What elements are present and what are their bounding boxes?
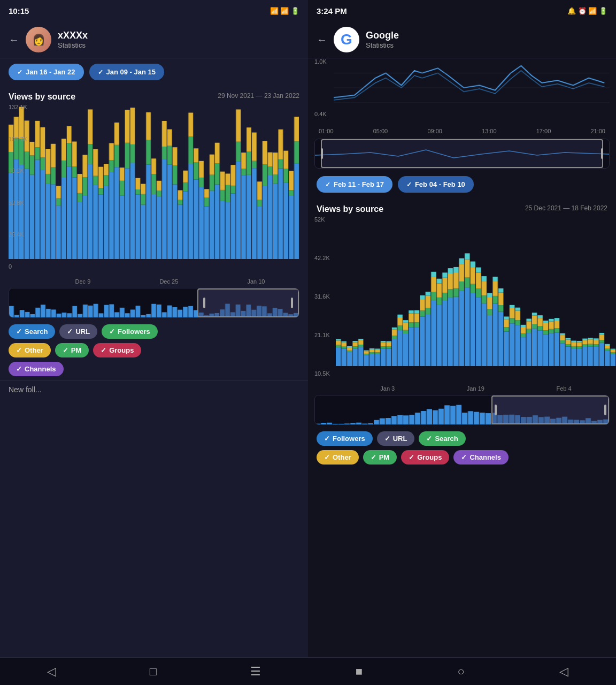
scrubber-handle-right[interactable] — [291, 298, 293, 308]
chip-groups[interactable]: ✓ Groups — [93, 343, 141, 357]
scrubber-handle-right-bottom-left[interactable] — [495, 405, 497, 415]
chip-followers[interactable]: ✓ Followers — [102, 324, 158, 339]
chip-check: ✓ — [426, 435, 432, 443]
scrubber-handle-right-top-left[interactable] — [321, 148, 323, 159]
time-right: 3:24 PM — [317, 6, 347, 16]
time-left: 10:15 — [9, 6, 29, 16]
chip-check: ✓ — [63, 346, 68, 354]
nav-back-left[interactable]: ◁ — [47, 665, 56, 679]
header-text-right: Google Statistics — [366, 30, 399, 49]
chip-pm[interactable]: ✓ PM — [55, 343, 89, 357]
date-btn-left-2[interactable]: ✓ Jan 09 - Jan 15 — [89, 64, 165, 80]
back-button-right[interactable]: ← — [317, 34, 327, 46]
chip-url-right[interactable]: ✓ URL — [377, 431, 415, 446]
chip-channels-right[interactable]: ✓ Channels — [453, 450, 509, 465]
google-logo: G — [334, 27, 359, 52]
nav-menu-left[interactable]: ☰ — [250, 665, 261, 679]
header-right: ← G Google Statistics — [308, 21, 616, 58]
filter-chips-right-row2: ✓ Other ✓ PM ✓ Groups ✓ Channels — [308, 450, 616, 469]
date-btn-left-1[interactable]: ✓ Jan 16 - Jan 22 — [9, 64, 84, 80]
nav-home-left[interactable]: □ — [150, 665, 157, 679]
chip-followers-right[interactable]: ✓ Followers — [317, 431, 373, 446]
filter-chips-left: ✓ Search ✓ URL ✓ Followers — [0, 320, 308, 343]
status-bar-left: 10:15 📶 📶 🔋 — [0, 0, 308, 21]
x-labels-right: Jan 3 Jan 19 Feb 4 — [336, 384, 616, 393]
filter-chips-left-row3: ✓ Channels — [0, 362, 308, 380]
chip-url[interactable]: ✓ URL — [59, 324, 97, 339]
checkmark-2: ✓ — [98, 68, 103, 76]
filter-chips-right: ✓ Followers ✓ URL ✓ Search — [308, 427, 616, 450]
y-label-5: 0 — [9, 263, 27, 270]
chip-other[interactable]: ✓ Other — [9, 343, 51, 357]
nav-back-right[interactable]: ◁ — [559, 665, 568, 679]
status-bar-right: 3:24 PM 🔔 ⏰ 📶 🔋 — [308, 0, 616, 21]
chip-pm-right[interactable]: ✓ PM — [363, 450, 397, 465]
checkmark-r1: ✓ — [325, 181, 330, 188]
scrubber-overlay — [197, 288, 299, 317]
left-chart-canvas — [9, 104, 299, 270]
line-chart-section: 1.0K 0.4K 01:00 05:00 09:00 13:00 17:00 … — [308, 58, 616, 136]
chip-check: ✓ — [384, 435, 390, 443]
date-btn-right-1[interactable]: ✓ Feb 11 - Feb 17 — [317, 176, 392, 193]
scrubber-overlay-right-bottom — [491, 395, 609, 424]
y-label-2: 79.2K — [9, 168, 27, 174]
header-subtitle-right: Statistics — [366, 41, 399, 49]
mini-scrubber-right-top[interactable] — [314, 139, 610, 169]
new-followers-label: New foll... — [0, 380, 308, 398]
chip-groups-right[interactable]: ✓ Groups — [401, 450, 449, 465]
views-title-left: Views by source — [9, 92, 75, 102]
chip-check: ✓ — [16, 346, 22, 354]
chip-channels[interactable]: ✓ Channels — [9, 362, 64, 376]
date-filters-left: ✓ Jan 16 - Jan 22 ✓ Jan 09 - Jan 15 — [0, 58, 308, 86]
chip-check: ✓ — [101, 346, 106, 354]
date-filters-right: ✓ Feb 11 - Feb 17 ✓ Feb 04 - Feb 10 — [308, 171, 616, 198]
chip-check: ✓ — [324, 453, 330, 461]
chip-check: ✓ — [371, 453, 376, 461]
header-subtitle-left: Statistics — [58, 41, 88, 49]
y-label-3: 52.8K — [9, 200, 27, 206]
filter-chips-left-row2: ✓ Other ✓ PM ✓ Groups — [0, 343, 308, 362]
checkmark-r2: ✓ — [406, 181, 412, 188]
line-chart-wrapper: 1.0K 0.4K — [314, 58, 610, 128]
x-times-right: 01:00 05:00 09:00 13:00 17:00 21:00 — [314, 128, 610, 134]
nav-home-right[interactable]: ○ — [458, 665, 465, 679]
chip-search[interactable]: ✓ Search — [9, 324, 55, 339]
scrubber-handle-right-top-right[interactable] — [601, 148, 603, 159]
chip-check: ✓ — [409, 453, 414, 461]
bar-chart-left: 132.1K 105.7K 79.2K 52.8K 26.4K 0 Dec 9 … — [0, 104, 308, 286]
left-panel: 10:15 📶 📶 🔋 ← 👩 xXXXx Statistics ✓ Jan 1… — [0, 0, 308, 685]
header-text-left: xXXXx Statistics — [58, 30, 88, 49]
header-left: ← 👩 xXXXx Statistics — [0, 21, 308, 58]
date-btn-right-2[interactable]: ✓ Feb 04 - Feb 10 — [398, 176, 474, 193]
chip-check: ✓ — [461, 453, 467, 461]
bar-chart-right: 52K 42.2K 31.6K 21.1K 10.5K Jan 3 Jan 19… — [308, 216, 616, 393]
right-panel: 3:24 PM 🔔 ⏰ 📶 🔋 ← G Google Statistics 1.… — [308, 0, 616, 685]
y-label-1: 105.7K — [9, 136, 27, 142]
views-date-range-right: 25 Dec 2021 — 18 Feb 2022 — [525, 204, 607, 212]
header-title-right: Google — [366, 30, 399, 41]
views-section-right: Views by source 25 Dec 2021 — 18 Feb 202… — [308, 198, 616, 216]
nav-stop-right[interactable]: ■ — [356, 665, 363, 679]
views-title-right: Views by source — [317, 204, 383, 214]
checkmark-1: ✓ — [17, 68, 22, 76]
back-button-left[interactable]: ← — [9, 34, 19, 46]
mini-scrubber-left[interactable] — [9, 288, 299, 318]
chip-check: ✓ — [324, 435, 330, 443]
chip-other-right[interactable]: ✓ Other — [317, 450, 359, 465]
chip-check: ✓ — [109, 328, 115, 336]
scrubber-overlay-right-top — [321, 139, 603, 168]
y-label-0: 132.1K — [9, 104, 27, 110]
x-labels-left: Dec 9 Dec 25 Jan 10 — [32, 277, 308, 286]
mini-scrubber-right-bottom[interactable] — [314, 395, 610, 425]
chip-search-right[interactable]: ✓ Search — [419, 431, 465, 446]
line-y-labels: 1.0K 0.4K — [314, 58, 327, 117]
scrubber-handle-left[interactable] — [203, 298, 205, 308]
chip-check: ✓ — [16, 328, 22, 336]
views-date-range-left: 29 Nov 2021 — 23 Jan 2022 — [218, 92, 299, 100]
chip-check: ✓ — [16, 365, 22, 373]
status-icons-left: 📶 📶 🔋 — [270, 7, 299, 15]
line-chart-canvas — [334, 58, 610, 117]
bar-chart-canvas-right — [336, 216, 616, 377]
scrubber-handle-right-bottom-right[interactable] — [604, 405, 606, 415]
avatar-left: 👩 — [26, 27, 51, 52]
